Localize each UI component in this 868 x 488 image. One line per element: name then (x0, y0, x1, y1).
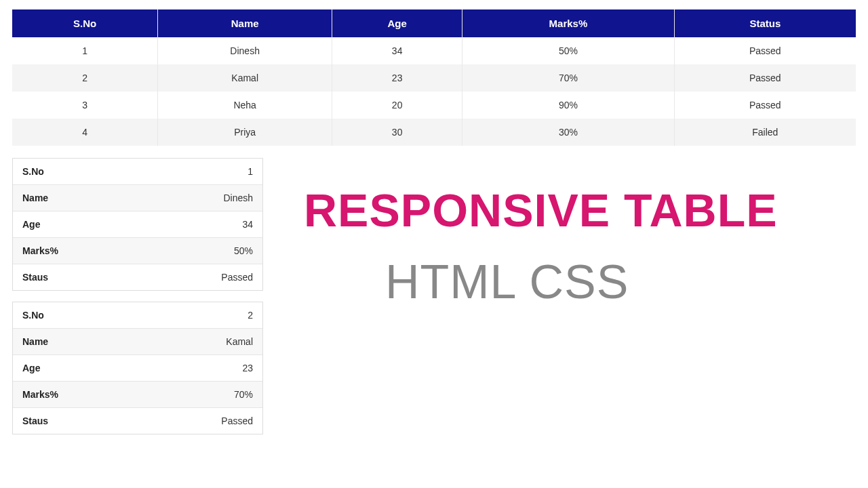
card-list: S.No 1 Name Dinesh Age 34 Marks% 50% Sta… (12, 158, 263, 445)
card-field: Staus Passed (13, 264, 262, 290)
card-field: Name Kamal (13, 329, 262, 355)
card-label: S.No (22, 310, 44, 321)
cell-status: Failed (674, 119, 856, 146)
cell-sno: 3 (12, 92, 158, 119)
col-status: Status (674, 9, 856, 37)
table-row: 3 Neha 20 90% Passed (12, 92, 856, 119)
card-label: Marks% (22, 245, 58, 256)
cell-age: 23 (332, 64, 462, 92)
card-field: Marks% 50% (13, 238, 262, 264)
card-value: Dinesh (223, 192, 253, 203)
card-label: Name (22, 192, 48, 203)
col-age: Age (332, 9, 462, 37)
card-field: S.No 2 (13, 302, 262, 329)
card-value: Kamal (226, 336, 253, 347)
cell-marks: 50% (462, 37, 674, 64)
record-card: S.No 2 Name Kamal Age 23 Marks% 70% Stau… (12, 302, 263, 434)
card-field: Age 23 (13, 355, 262, 382)
cell-status: Passed (674, 92, 856, 119)
cell-marks: 30% (462, 119, 674, 146)
col-marks: Marks% (462, 9, 674, 37)
card-label: Age (22, 363, 40, 373)
card-label: Name (22, 336, 48, 347)
card-label: S.No (22, 166, 44, 177)
card-field: Staus Passed (13, 408, 262, 434)
record-card: S.No 1 Name Dinesh Age 34 Marks% 50% Sta… (12, 158, 263, 291)
card-field: Marks% 70% (13, 382, 262, 408)
card-value: 50% (234, 245, 253, 256)
cell-sno: 4 (12, 119, 158, 146)
cell-age: 30 (332, 119, 462, 146)
card-value: 70% (234, 389, 253, 400)
cell-marks: 90% (462, 92, 674, 119)
title-secondary: HTML CSS (304, 255, 856, 309)
card-field: S.No 1 (13, 159, 262, 185)
cell-sno: 2 (12, 64, 158, 92)
cell-name: Neha (158, 92, 332, 119)
card-value: Passed (221, 272, 253, 283)
cell-sno: 1 (12, 37, 158, 64)
table-row: 1 Dinesh 34 50% Passed (12, 37, 856, 64)
col-name: Name (158, 9, 332, 37)
cell-status: Passed (674, 64, 856, 92)
card-field: Age 34 (13, 211, 262, 238)
table-header-row: S.No Name Age Marks% Status (12, 9, 856, 37)
card-value: Passed (221, 415, 253, 426)
table-row: 2 Kamal 23 70% Passed (12, 64, 856, 92)
cell-age: 34 (332, 37, 462, 64)
title-block: RESPONSIVE TABLE HTML CSS (263, 158, 856, 309)
card-value: 1 (248, 166, 253, 177)
card-label: Staus (22, 272, 48, 283)
cell-marks: 70% (462, 64, 674, 92)
card-label: Staus (22, 415, 48, 426)
table-row: 4 Priya 30 30% Failed (12, 119, 856, 146)
col-sno: S.No (12, 9, 158, 37)
cell-name: Dinesh (158, 37, 332, 64)
data-table: S.No Name Age Marks% Status 1 Dinesh 34 … (12, 9, 856, 146)
card-label: Age (22, 219, 40, 230)
cell-status: Passed (674, 37, 856, 64)
title-primary: RESPONSIVE TABLE (304, 185, 856, 236)
card-value: 34 (242, 219, 253, 230)
cell-name: Priya (158, 119, 332, 146)
card-value: 2 (248, 310, 253, 321)
card-value: 23 (242, 363, 253, 373)
cell-name: Kamal (158, 64, 332, 92)
card-field: Name Dinesh (13, 185, 262, 211)
card-label: Marks% (22, 389, 58, 400)
cell-age: 20 (332, 92, 462, 119)
